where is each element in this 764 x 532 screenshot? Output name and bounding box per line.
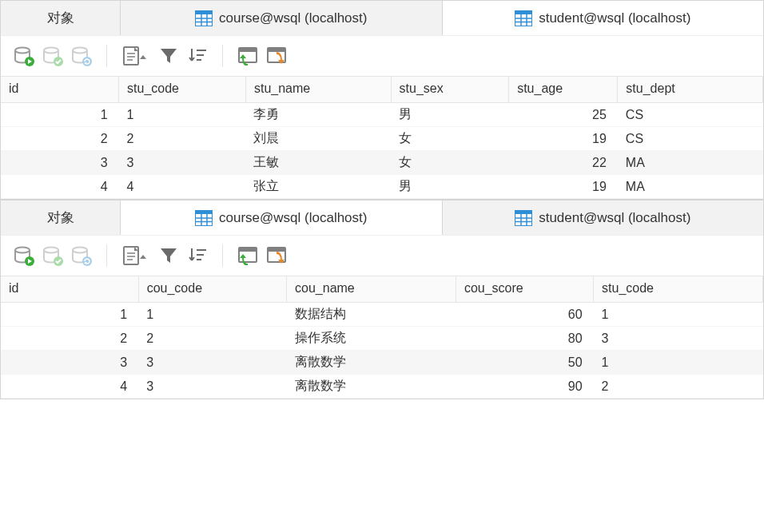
tab-objects[interactable]: 对象	[1, 1, 121, 35]
page-button[interactable]	[120, 244, 152, 268]
tab-student[interactable]: student@wsql (localhost)	[443, 200, 764, 235]
cell-cou-code[interactable]: 2	[138, 327, 286, 351]
cell-id[interactable]: 2	[1, 127, 119, 151]
cell-id[interactable]: 4	[1, 375, 138, 399]
cell-cou-name[interactable]: 数据结构	[287, 303, 456, 327]
col-cou-code[interactable]: cou_code	[138, 276, 286, 303]
col-stu-sex[interactable]: stu_sex	[391, 77, 509, 103]
tab-objects[interactable]: 对象	[1, 200, 121, 235]
sort-button[interactable]	[185, 244, 209, 268]
col-stu-dept[interactable]: stu_dept	[618, 77, 763, 103]
col-cou-score[interactable]: cou_score	[456, 276, 593, 303]
col-stu-code[interactable]: stu_code	[119, 77, 246, 103]
tab-student[interactable]: student@wsql (localhost)	[443, 1, 764, 35]
svg-point-45	[73, 248, 87, 253]
tab-objects-label: 对象	[47, 9, 74, 27]
cell-cou-code[interactable]: 3	[138, 351, 286, 375]
sort-button[interactable]	[185, 44, 209, 68]
cell-cou-code[interactable]: 3	[138, 375, 286, 399]
cell-stu-sex[interactable]: 男	[391, 175, 509, 199]
panel-student: 对象 course@wsql (localhost) student@wsql …	[0, 0, 764, 200]
db-refresh-button[interactable]	[70, 44, 94, 68]
cell-cou-code[interactable]: 1	[138, 303, 286, 327]
toolbar-separator	[222, 45, 223, 67]
cell-stu-name[interactable]: 张立	[245, 175, 391, 199]
cell-stu-sex[interactable]: 女	[391, 151, 509, 175]
cell-stu-age[interactable]: 19	[509, 127, 618, 151]
cell-stu-age[interactable]: 25	[509, 103, 618, 127]
tab-course-label: course@wsql (localhost)	[219, 210, 367, 226]
db-run-button[interactable]	[12, 44, 36, 68]
cell-stu-age[interactable]: 19	[509, 175, 618, 199]
cell-cou-score[interactable]: 50	[456, 351, 593, 375]
table-row[interactable]: 22操作系统803	[1, 327, 763, 351]
table-row[interactable]: 11李勇男25CS	[1, 103, 763, 127]
table-row[interactable]: 11数据结构601	[1, 303, 763, 327]
cell-stu-name[interactable]: 王敏	[245, 151, 391, 175]
cell-stu-sex[interactable]: 男	[391, 103, 509, 127]
db-ok-button[interactable]	[41, 244, 65, 268]
col-id[interactable]: id	[1, 276, 138, 303]
tabbar-top: 对象 course@wsql (localhost) student@wsql …	[1, 0, 763, 35]
cell-id[interactable]: 4	[1, 175, 119, 199]
svg-rect-1	[196, 14, 212, 26]
cell-stu-dept[interactable]: CS	[618, 103, 763, 127]
cell-stu-code[interactable]: 1	[594, 303, 763, 327]
cell-id[interactable]: 3	[1, 151, 119, 175]
import-button[interactable]	[236, 244, 260, 268]
cell-stu-code[interactable]: 4	[119, 175, 246, 199]
tab-objects-label: 对象	[47, 208, 74, 227]
export-button[interactable]	[265, 244, 288, 268]
table-row[interactable]: 22刘晨女19CS	[1, 127, 763, 151]
tab-course[interactable]: course@wsql (localhost)	[121, 1, 443, 35]
table-row[interactable]: 33离散数学501	[1, 351, 763, 375]
db-ok-button[interactable]	[41, 44, 65, 68]
student-table: id stu_code stu_name stu_sex stu_age stu…	[1, 76, 763, 199]
cell-stu-code[interactable]: 2	[119, 127, 246, 151]
tab-course[interactable]: course@wsql (localhost)	[121, 200, 443, 235]
col-cou-name[interactable]: cou_name	[287, 276, 456, 303]
col-stu-age[interactable]: stu_age	[509, 77, 618, 103]
col-stu-code[interactable]: stu_code	[594, 276, 763, 303]
cell-stu-dept[interactable]: MA	[618, 151, 763, 175]
filter-button[interactable]	[157, 44, 181, 68]
col-stu-name[interactable]: stu_name	[245, 77, 391, 103]
cell-cou-name[interactable]: 操作系统	[287, 327, 456, 351]
cell-id[interactable]: 2	[1, 327, 138, 351]
cell-cou-name[interactable]: 离散数学	[287, 375, 456, 399]
cell-id[interactable]: 1	[1, 103, 119, 127]
cell-stu-sex[interactable]: 女	[391, 127, 509, 151]
toolbar-separator	[222, 244, 223, 267]
cell-cou-score[interactable]: 90	[456, 375, 593, 399]
cell-cou-score[interactable]: 60	[456, 303, 593, 327]
filter-button[interactable]	[157, 244, 181, 268]
cell-stu-dept[interactable]: MA	[618, 175, 763, 199]
table-icon	[195, 10, 213, 26]
panel-course: 对象 course@wsql (localhost) student@wsql …	[0, 200, 764, 399]
import-button[interactable]	[236, 44, 260, 68]
cell-cou-name[interactable]: 离散数学	[287, 351, 456, 375]
page-button[interactable]	[120, 44, 152, 68]
db-refresh-button[interactable]	[70, 244, 94, 268]
col-id[interactable]: id	[1, 77, 119, 103]
export-button[interactable]	[265, 44, 288, 68]
table-row[interactable]: 33王敏女22MA	[1, 151, 763, 175]
db-run-button[interactable]	[12, 244, 36, 268]
svg-point-46	[82, 256, 92, 266]
cell-stu-name[interactable]: 李勇	[245, 103, 391, 127]
cell-id[interactable]: 1	[1, 303, 138, 327]
svg-rect-26	[239, 48, 257, 52]
cell-stu-code[interactable]: 2	[594, 375, 763, 399]
cell-stu-code[interactable]: 3	[119, 151, 246, 175]
table-row[interactable]: 44张立男19MA	[1, 175, 763, 199]
cell-stu-code[interactable]: 3	[594, 327, 763, 351]
cell-cou-score[interactable]: 80	[456, 327, 593, 351]
svg-rect-55	[239, 248, 257, 252]
cell-id[interactable]: 3	[1, 351, 138, 375]
cell-stu-dept[interactable]: CS	[618, 127, 763, 151]
cell-stu-name[interactable]: 刘晨	[245, 127, 391, 151]
table-row[interactable]: 43离散数学902	[1, 375, 763, 399]
cell-stu-code[interactable]: 1	[594, 351, 763, 375]
cell-stu-code[interactable]: 1	[119, 103, 246, 127]
cell-stu-age[interactable]: 22	[509, 151, 618, 175]
